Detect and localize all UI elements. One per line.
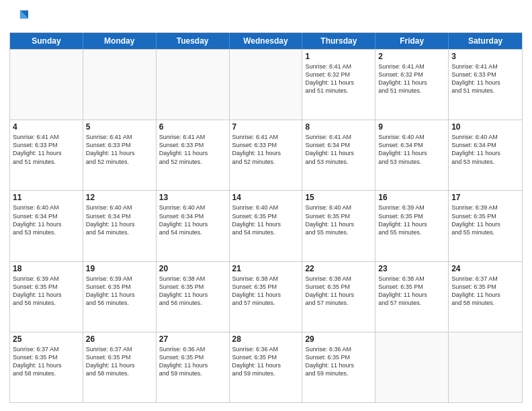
cell-info-line: and 59 minutes. (159, 369, 226, 377)
day-number: 20 (159, 264, 226, 273)
cell-info-line: and 56 minutes. (86, 299, 153, 307)
cell-info-line: Sunset: 6:33 PM (13, 141, 80, 149)
cell-info-line: and 53 minutes. (451, 158, 519, 166)
cal-cell (449, 332, 522, 402)
cell-info-line: Sunrise: 6:38 AM (159, 275, 226, 283)
cell-info-line: Daylight: 11 hours (378, 149, 445, 157)
cell-info-line: Sunrise: 6:41 AM (451, 62, 519, 71)
cell-info-line: Sunrise: 6:36 AM (159, 345, 226, 353)
cal-cell (375, 332, 449, 402)
day-number: 8 (305, 122, 372, 132)
cal-cell: 21Sunrise: 6:38 AMSunset: 6:35 PMDayligh… (230, 262, 303, 332)
cell-info-line: Sunset: 6:35 PM (86, 353, 153, 361)
cell-info-line: Sunset: 6:35 PM (305, 353, 372, 361)
cell-info-line: Daylight: 11 hours (305, 220, 372, 228)
cell-info-line: Sunset: 6:34 PM (378, 141, 445, 149)
cal-cell: 28Sunrise: 6:36 AMSunset: 6:35 PMDayligh… (230, 332, 303, 402)
cell-info-line: Sunrise: 6:37 AM (451, 275, 519, 283)
cell-info-line: Sunrise: 6:41 AM (232, 133, 300, 141)
cell-info-line: Daylight: 11 hours (86, 220, 153, 228)
cal-cell: 9Sunrise: 6:40 AMSunset: 6:34 PMDaylight… (375, 120, 449, 190)
cell-info-line: and 51 minutes. (305, 87, 372, 95)
cell-info-line: Sunrise: 6:41 AM (305, 133, 372, 141)
cell-info-line: and 55 minutes. (451, 228, 519, 236)
day-number: 9 (378, 122, 445, 132)
cell-info-line: and 54 minutes. (159, 228, 226, 236)
cell-info-line: Sunset: 6:35 PM (232, 212, 300, 220)
header (9, 8, 523, 27)
cal-cell: 4Sunrise: 6:41 AMSunset: 6:33 PMDaylight… (10, 120, 83, 190)
cell-info-line: and 53 minutes. (305, 158, 372, 166)
cell-info-line: Sunrise: 6:39 AM (378, 203, 445, 212)
cal-cell: 26Sunrise: 6:37 AMSunset: 6:35 PMDayligh… (83, 332, 157, 402)
cell-info-line: Sunset: 6:32 PM (305, 71, 372, 79)
cell-info-line: and 58 minutes. (451, 299, 519, 307)
cell-info-line: Daylight: 11 hours (232, 361, 300, 369)
cell-info-line: Daylight: 11 hours (305, 361, 372, 369)
day-number: 6 (159, 122, 226, 132)
cal-cell: 10Sunrise: 6:40 AMSunset: 6:34 PMDayligh… (449, 120, 522, 190)
cell-info-line: Daylight: 11 hours (86, 361, 153, 369)
cell-info-line: Daylight: 11 hours (13, 361, 80, 369)
cell-info-line: and 54 minutes. (232, 228, 300, 236)
cell-info-line: Daylight: 11 hours (232, 291, 300, 299)
cell-info-line: Daylight: 11 hours (232, 220, 300, 228)
cell-info-line: Daylight: 11 hours (13, 291, 80, 299)
cell-info-line: and 59 minutes. (232, 369, 300, 377)
day-number: 27 (159, 334, 226, 344)
cell-info-line: Sunset: 6:34 PM (305, 141, 372, 149)
cal-cell (10, 50, 83, 120)
cell-info-line: and 57 minutes. (232, 299, 300, 307)
day-number: 2 (378, 52, 445, 61)
cell-info-line: and 57 minutes. (378, 299, 445, 307)
cell-info-line: Sunset: 6:35 PM (159, 283, 226, 291)
cal-cell: 16Sunrise: 6:39 AMSunset: 6:35 PMDayligh… (375, 191, 449, 261)
cal-cell: 20Sunrise: 6:38 AMSunset: 6:35 PMDayligh… (157, 262, 230, 332)
cell-info-line: Sunset: 6:35 PM (451, 283, 519, 291)
cell-info-line: Daylight: 11 hours (378, 291, 445, 299)
cell-info-line: Daylight: 11 hours (305, 291, 372, 299)
cell-info-line: Sunrise: 6:38 AM (232, 275, 300, 283)
cal-header-friday: Friday (375, 33, 449, 49)
cell-info-line: Sunset: 6:34 PM (13, 212, 80, 220)
calendar: SundayMondayTuesdayWednesdayThursdayFrid… (9, 32, 523, 403)
cal-row-3: 18Sunrise: 6:39 AMSunset: 6:35 PMDayligh… (10, 261, 522, 332)
cell-info-line: Sunset: 6:35 PM (305, 283, 372, 291)
cal-cell: 13Sunrise: 6:40 AMSunset: 6:34 PMDayligh… (157, 191, 230, 261)
cell-info-line: Sunrise: 6:39 AM (451, 203, 519, 212)
cell-info-line: Sunset: 6:35 PM (451, 212, 519, 220)
cell-info-line: Daylight: 11 hours (451, 79, 519, 87)
cal-row-0: 1Sunrise: 6:41 AMSunset: 6:32 PMDaylight… (10, 49, 522, 120)
cell-info-line: Sunrise: 6:40 AM (13, 203, 80, 212)
cal-row-2: 11Sunrise: 6:40 AMSunset: 6:34 PMDayligh… (10, 190, 522, 261)
cal-cell (230, 50, 303, 120)
cell-info-line: and 55 minutes. (305, 228, 372, 236)
cell-info-line: Sunset: 6:33 PM (451, 71, 519, 79)
cell-info-line: Sunset: 6:35 PM (305, 212, 372, 220)
cal-cell: 29Sunrise: 6:36 AMSunset: 6:35 PMDayligh… (302, 332, 375, 402)
cell-info-line: Sunset: 6:34 PM (451, 141, 519, 149)
cell-info-line: Sunset: 6:35 PM (232, 283, 300, 291)
cell-info-line: Sunset: 6:35 PM (232, 353, 300, 361)
cell-info-line: and 51 minutes. (378, 87, 445, 95)
cell-info-line: Sunrise: 6:39 AM (13, 275, 80, 283)
day-number: 29 (305, 334, 372, 344)
cell-info-line: Sunrise: 6:36 AM (305, 345, 372, 353)
day-number: 15 (305, 193, 372, 202)
cell-info-line: Sunrise: 6:38 AM (378, 275, 445, 283)
cal-header-sunday: Sunday (10, 33, 83, 49)
cal-cell (157, 50, 230, 120)
logo (9, 8, 31, 27)
cell-info-line: Sunset: 6:35 PM (13, 353, 80, 361)
cell-info-line: Daylight: 11 hours (451, 291, 519, 299)
day-number: 10 (451, 122, 519, 132)
cal-header-thursday: Thursday (302, 33, 375, 49)
cell-info-line: Sunrise: 6:39 AM (86, 275, 153, 283)
cell-info-line: Sunset: 6:35 PM (86, 283, 153, 291)
cell-info-line: and 59 minutes. (305, 369, 372, 377)
cell-info-line: Sunrise: 6:40 AM (451, 133, 519, 141)
cal-cell: 23Sunrise: 6:38 AMSunset: 6:35 PMDayligh… (375, 262, 449, 332)
cal-cell: 3Sunrise: 6:41 AMSunset: 6:33 PMDaylight… (449, 50, 522, 120)
cell-info-line: Sunset: 6:35 PM (378, 283, 445, 291)
cal-cell: 19Sunrise: 6:39 AMSunset: 6:35 PMDayligh… (83, 262, 157, 332)
